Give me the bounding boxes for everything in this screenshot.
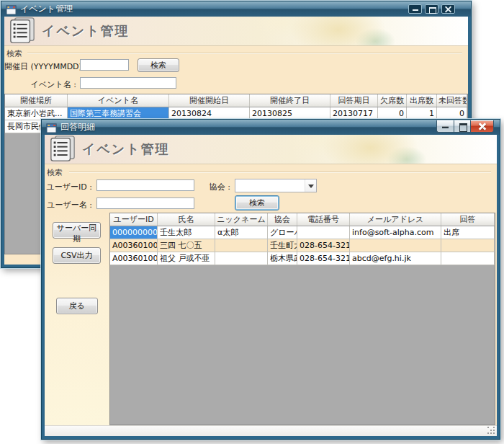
user-name-input[interactable] (96, 197, 194, 209)
server-sync-button[interactable]: サーバー同期 (53, 222, 101, 239)
front-window-titlebar[interactable]: 回答明細 (42, 120, 500, 135)
page-title: イベント管理 (82, 141, 170, 158)
col-header-email[interactable]: メールアドレス (350, 213, 441, 226)
answer-row: A00360100072 三四 七〇五 壬生町太... 028-654-3210 (110, 239, 495, 252)
grid-cell[interactable] (297, 226, 350, 239)
grid-cell[interactable]: 壬生町太... (268, 239, 297, 252)
grid-cell[interactable]: info@soft-alpha.com (350, 226, 441, 239)
event-date-input[interactable] (80, 59, 129, 71)
col-header-nickname[interactable]: ニックネーム (215, 213, 268, 226)
search-group-label: 検索 (47, 167, 63, 178)
status-bar (45, 425, 497, 436)
col-header-answer[interactable]: 回答 (441, 213, 495, 226)
user-id-label: ユーザーID : (45, 182, 92, 192)
csv-export-button[interactable]: CSV出力 (53, 247, 101, 264)
search-button[interactable]: 検索 (235, 195, 279, 210)
back-button[interactable]: 戻る (56, 298, 98, 314)
front-window-client: イベント管理 検索 ユーザーID : 協会 : ユーザー名 : 検索 サーバー同… (45, 135, 497, 436)
desktop: イベント管理 イ (0, 0, 504, 444)
col-header-venue[interactable]: 開催場所 (5, 94, 68, 107)
grid-cell[interactable] (441, 252, 495, 265)
grid-cell[interactable]: α太郎 (215, 226, 268, 239)
grid-cell[interactable]: A00360100073 (110, 252, 158, 265)
back-window-titlebar[interactable]: イベント管理 (1, 1, 471, 17)
event-name-input[interactable] (80, 77, 176, 89)
close-icon[interactable] (441, 4, 455, 14)
grid-cell[interactable]: 壬生太郎 (158, 226, 215, 239)
association-combobox[interactable] (235, 179, 317, 192)
resize-grip-icon[interactable] (487, 427, 495, 435)
minimize-icon[interactable] (436, 120, 454, 133)
maximize-icon[interactable] (454, 120, 471, 133)
grid-cell[interactable] (215, 239, 268, 252)
minimize-icon[interactable] (408, 4, 422, 14)
window-form-icon (6, 4, 17, 14)
col-header-reply-due[interactable]: 回答期日 (330, 94, 378, 107)
left-button-pane (45, 213, 109, 425)
grid-cell[interactable]: abcd@efg.hi.jk (350, 252, 441, 265)
user-name-label: ユーザー名 : (45, 200, 92, 210)
grid-cell[interactable] (215, 252, 268, 265)
col-header-no-answer-count[interactable]: 未回答数 (437, 94, 467, 107)
front-window-title: 回答明細 (60, 121, 95, 133)
search-group-label: 検索 (6, 48, 22, 59)
col-header-name[interactable]: 氏名 (158, 213, 215, 226)
chevron-down-icon[interactable] (305, 179, 316, 192)
answers-grid: ユーザーID 氏名 ニックネーム 協会 電話番号 メールアドレス 回答 0000… (109, 213, 495, 425)
header-banner: イベント管理 (4, 17, 468, 46)
col-header-user-id[interactable]: ユーザーID (110, 213, 158, 226)
grid-cell[interactable]: グローバル... (268, 226, 297, 239)
col-header-start-date[interactable]: 開催開始日 (169, 94, 250, 107)
col-header-absent-count[interactable]: 欠席数 (378, 94, 407, 107)
col-header-end-date[interactable]: 開催終了日 (250, 94, 330, 107)
maximize-icon[interactable] (425, 4, 438, 14)
grid-cell[interactable]: 栃木県武... (268, 252, 297, 265)
grid-cell[interactable] (441, 239, 495, 252)
user-id-input[interactable] (96, 179, 194, 191)
close-icon[interactable] (471, 120, 494, 133)
grid-cell[interactable] (350, 239, 441, 252)
col-header-event-name[interactable]: イベント名 (68, 94, 169, 107)
header-banner: イベント管理 (45, 135, 497, 164)
groupbox-line (27, 53, 462, 54)
grid-cell[interactable]: 出席 (441, 226, 495, 239)
grid-cell[interactable]: 028-654-3210 (297, 252, 350, 265)
event-name-label: イベント名 : (4, 79, 76, 90)
grid-cell[interactable]: A00360100072 (110, 239, 158, 252)
answer-row: 000000000001 壬生太郎 α太郎 グローバル... info@soft… (110, 226, 495, 239)
notebook-list-icon (9, 17, 36, 47)
window-form-icon (46, 123, 57, 133)
association-selected-value (235, 179, 305, 192)
answer-detail-window: 回答明細 イベント管理 (41, 119, 500, 440)
grid-cell[interactable]: 祖父 戸或不亜 (158, 252, 215, 265)
search-button[interactable]: 検索 (138, 58, 179, 72)
grid-cell[interactable]: 028-654-3210 (297, 239, 350, 252)
grid-cell[interactable]: 三四 七〇五 (158, 239, 215, 252)
col-header-phone[interactable]: 電話番号 (297, 213, 350, 226)
answer-row: A00360100073 祖父 戸或不亜 栃木県武... 028-654-321… (110, 252, 495, 265)
groupbox-line (69, 172, 491, 173)
col-header-association[interactable]: 協会 (268, 213, 297, 226)
grid-cell-selected[interactable]: 000000000001 (110, 226, 158, 239)
notebook-list-icon (49, 135, 76, 165)
event-date-label: 開催日 (YYYYMMDD) : (4, 61, 76, 72)
back-window-title: イベント管理 (20, 3, 73, 15)
association-label: 協会 : (186, 182, 230, 192)
col-header-attend-count[interactable]: 出席数 (407, 94, 437, 107)
page-title: イベント管理 (42, 22, 130, 40)
